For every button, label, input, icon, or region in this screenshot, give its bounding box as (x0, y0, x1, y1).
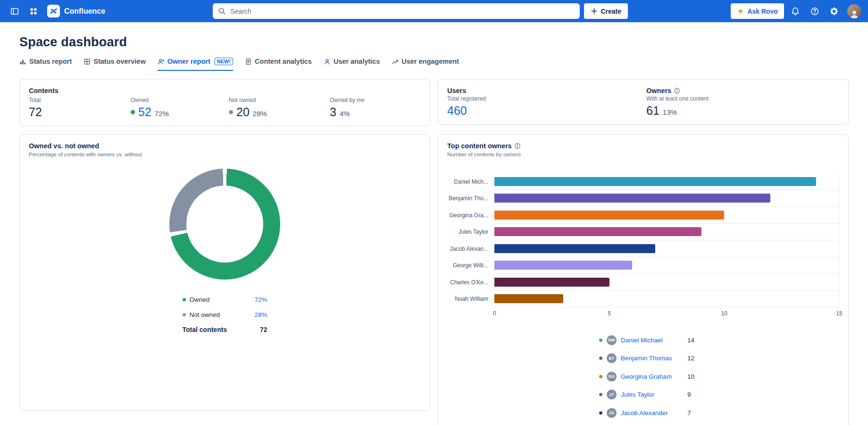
legend-label: Not owned (190, 311, 220, 318)
legend-item-owned: Owned 72% (183, 292, 267, 307)
create-button[interactable]: Create (584, 3, 628, 19)
help-button[interactable] (807, 3, 823, 19)
contents-summary-card: Contents Total 72 Owned 52 72% (19, 79, 430, 126)
users-summary-card: Users Total registered 460 Owners (438, 79, 849, 125)
donut-legend: Owned 72% Not owned 28% Total contents 7… (183, 292, 267, 333)
legend-value[interactable]: 28% (254, 311, 267, 318)
tab-user-engagement[interactable]: User engagement (392, 58, 459, 71)
legend-owner-value: 12 (687, 355, 694, 362)
metric-value: 52 (138, 106, 151, 118)
page-title: Space dashboard (19, 35, 849, 50)
bar-track (494, 257, 839, 274)
metric-total: Total 72 (29, 96, 131, 118)
bar-track (494, 291, 839, 308)
tab-label: Owner report (167, 58, 210, 65)
space-dashboard-page: Space dashboard Status report Status ove… (0, 35, 868, 425)
metric-pct: 72% (155, 110, 169, 118)
bar-row: Daniel Mich... (447, 173, 839, 190)
bar-category-label: Charles O'Ke... (447, 279, 494, 286)
bar-card-title: Top content owners (447, 142, 512, 150)
avatar: JT (607, 390, 617, 400)
bar[interactable] (494, 177, 816, 186)
bar[interactable] (494, 294, 563, 303)
legend-value[interactable]: 72% (254, 296, 267, 303)
app-switcher-button[interactable] (25, 3, 42, 19)
confluence-logo-icon (47, 5, 60, 17)
info-icon[interactable] (674, 87, 680, 94)
search-input[interactable] (213, 3, 580, 19)
tab-label: User analytics (334, 58, 380, 65)
trend-icon (392, 58, 399, 65)
create-button-label: Create (601, 8, 621, 15)
bar-category-label: Benjamin Tho... (447, 195, 494, 202)
bar-category-label: Noah William (447, 296, 494, 302)
legend-owner-value: 7 (687, 409, 691, 416)
metric-value: 460 (447, 105, 467, 117)
bar-row: Jules Taylor (447, 224, 839, 241)
donut-card-title: Owned vs. not owned (29, 142, 421, 150)
tab-status-overview[interactable]: Status overview (83, 58, 145, 71)
bar-chart: Daniel Mich...Benjamin Tho...Georgina Gr… (447, 173, 839, 320)
bar-category-label: Georgina Gra... (447, 212, 494, 219)
metric-not-owned: Not owned 20 28% (229, 96, 330, 118)
metric-label: Owned (131, 97, 229, 103)
legend-owner-name[interactable]: Jules Taylor (621, 391, 683, 398)
user-avatar[interactable] (847, 4, 861, 18)
settings-button[interactable] (826, 3, 842, 19)
tab-owner-report[interactable]: Owner report NEW! (158, 58, 233, 71)
legend-dot (599, 339, 602, 342)
x-tick-label: 5 (608, 310, 611, 317)
help-icon (810, 7, 819, 16)
bar-category-label: Daniel Mich... (447, 178, 494, 185)
legend-owner-name[interactable]: Daniel Michael (621, 337, 683, 344)
legend-item: BTBenjamin Thomas12 (599, 349, 839, 368)
notifications-button[interactable] (787, 3, 803, 19)
bar-category-label: Jacob Alexan... (447, 246, 494, 252)
bar-track (494, 190, 839, 207)
grid-icon (83, 58, 91, 65)
info-icon[interactable] (514, 143, 521, 149)
sidebar-toggle-icon (10, 7, 19, 16)
donut-chart[interactable] (169, 169, 280, 280)
bar-card-subtitle: Number of contents by owners (447, 152, 839, 157)
top-navigation: Confluence Create (0, 0, 868, 22)
ask-rovo-button[interactable]: Ask Rovo (731, 3, 784, 19)
bar-row: George Willi... (447, 257, 839, 274)
bar[interactable] (494, 211, 724, 220)
legend-owner-name[interactable]: Benjamin Thomas (621, 355, 683, 362)
tab-status-report[interactable]: Status report (19, 58, 72, 71)
bar[interactable] (494, 278, 609, 287)
bar-row: Georgina Gra... (447, 207, 839, 224)
tab-user-analytics[interactable]: User analytics (324, 58, 380, 71)
x-axis: 051015 (494, 310, 839, 320)
bar-row: Charles O'Ke... (447, 274, 839, 291)
bar[interactable] (494, 227, 701, 236)
sidebar-toggle-button[interactable] (7, 3, 23, 19)
owners-title: Owners (646, 87, 671, 94)
legend-item: JTJules Taylor9 (599, 386, 839, 404)
bar[interactable] (494, 194, 770, 203)
legend-dot (183, 298, 186, 301)
avatar: DM (607, 335, 617, 345)
x-tick-label: 0 (493, 310, 496, 317)
metric-owned: Owned 52 72% (131, 96, 229, 118)
legend-item-not-owned: Not owned 28% (183, 307, 267, 322)
legend-item: GGGeorgina Graham10 (599, 367, 839, 386)
bar-row: Jacob Alexan... (447, 240, 839, 257)
bar[interactable] (494, 244, 655, 253)
metric-owners: Owners With at least one content 61 13% (646, 87, 839, 117)
metric-pct: 13% (663, 108, 677, 116)
legend-owner-value: 9 (687, 391, 691, 398)
total-contents-value: 72 (260, 326, 267, 333)
tab-content-analytics[interactable]: Content analytics (245, 58, 312, 71)
search-container (213, 3, 580, 19)
legend-owner-name[interactable]: Jacob Alexander (621, 409, 683, 416)
tab-label: Status overview (93, 58, 145, 65)
legend-owner-name[interactable]: Georgina Graham (621, 373, 683, 380)
app-name: Confluence (64, 7, 105, 16)
confluence-home-link[interactable]: Confluence (47, 5, 105, 17)
not-owned-dot (229, 110, 233, 114)
person-plus-icon (158, 58, 165, 65)
bar[interactable] (494, 261, 632, 270)
legend-dot (599, 411, 602, 415)
